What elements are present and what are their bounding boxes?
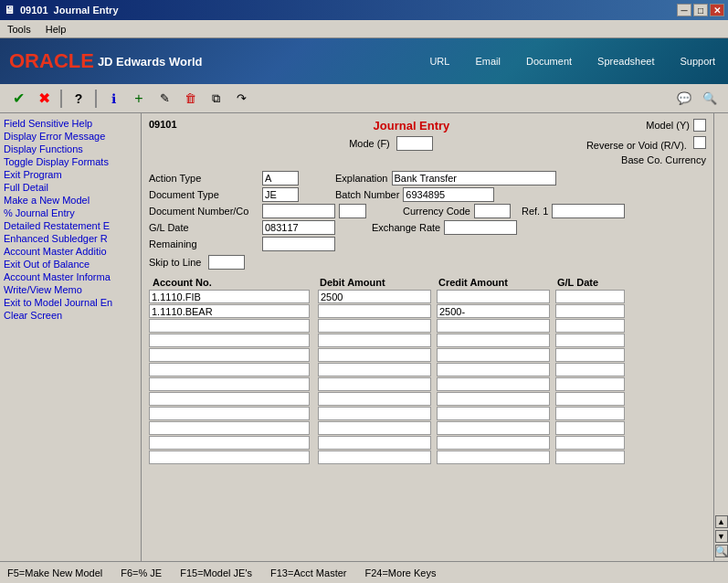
batch-number-input[interactable]: [403, 187, 494, 202]
doc-co-input[interactable]: [339, 204, 366, 218]
row9-gl-date[interactable]: [555, 407, 625, 420]
row7-account[interactable]: [149, 377, 310, 391]
sidebar-clear-screen[interactable]: Clear Screen: [2, 309, 139, 322]
doc-type-input[interactable]: [262, 187, 299, 202]
row12-debit[interactable]: [318, 450, 431, 464]
skip-to-line-input[interactable]: [208, 255, 245, 270]
row8-credit[interactable]: [437, 392, 550, 406]
toolbar-chat[interactable]: 💬: [673, 88, 695, 110]
maximize-button[interactable]: □: [693, 4, 708, 16]
row10-gl-date[interactable]: [555, 421, 625, 435]
row10-debit[interactable]: [318, 421, 431, 435]
toolbar-help[interactable]: ?: [68, 88, 90, 110]
sidebar-display-functions[interactable]: Display Functions: [2, 143, 139, 155]
mode-input[interactable]: [396, 136, 433, 151]
sidebar-detailed-restatement[interactable]: Detailed Restatement E: [2, 219, 139, 232]
toolbar-check[interactable]: ✔: [7, 88, 29, 110]
reverse-checkbox[interactable]: [693, 136, 706, 149]
row3-account[interactable]: [149, 319, 310, 333]
row9-credit[interactable]: [437, 407, 550, 420]
row2-gl-date[interactable]: [555, 304, 625, 318]
row11-gl-date[interactable]: [555, 436, 625, 450]
doc-number-input[interactable]: [262, 204, 335, 218]
row5-account[interactable]: [149, 348, 310, 362]
action-type-input[interactable]: [262, 171, 299, 186]
row1-credit[interactable]: [437, 290, 550, 303]
row7-debit[interactable]: [318, 377, 431, 391]
nav-support[interactable]: Support: [676, 54, 719, 69]
row5-credit[interactable]: [437, 348, 550, 362]
minimize-button[interactable]: ─: [677, 4, 691, 16]
menu-help[interactable]: Help: [42, 22, 70, 37]
exchange-rate-input[interactable]: [444, 220, 517, 235]
row7-credit[interactable]: [437, 377, 550, 391]
gl-date-input[interactable]: [262, 220, 335, 235]
sidebar-account-master-add[interactable]: Account Master Additio: [2, 245, 139, 258]
nav-document[interactable]: Document: [522, 54, 575, 69]
row7-gl-date[interactable]: [555, 377, 625, 391]
row3-debit[interactable]: [318, 319, 431, 333]
nav-url[interactable]: URL: [426, 54, 453, 69]
row2-account[interactable]: [149, 304, 310, 318]
sidebar-full-detail[interactable]: Full Detail: [2, 181, 139, 194]
sidebar-display-error-message[interactable]: Display Error Message: [2, 130, 139, 143]
sidebar-account-master-info[interactable]: Account Master Informa: [2, 270, 139, 283]
toolbar-search[interactable]: 🔍: [699, 88, 721, 110]
sidebar-write-view-memo[interactable]: Write/View Memo: [2, 283, 139, 296]
sidebar-exit-model-journal[interactable]: Exit to Model Journal En: [2, 296, 139, 309]
remaining-input[interactable]: [262, 237, 335, 251]
row1-account[interactable]: [149, 290, 310, 303]
row1-debit[interactable]: [318, 290, 431, 303]
toolbar-x[interactable]: ✖: [33, 88, 55, 110]
scroll-down[interactable]: ▼: [715, 530, 728, 543]
row11-debit[interactable]: [318, 436, 431, 450]
row1-gl-date[interactable]: [555, 290, 625, 303]
row2-debit[interactable]: [318, 304, 431, 318]
toolbar-edit[interactable]: ✎: [153, 88, 175, 110]
row12-gl-date[interactable]: [555, 450, 625, 464]
row10-credit[interactable]: [437, 421, 550, 435]
row2-credit[interactable]: [437, 304, 550, 318]
row8-gl-date[interactable]: [555, 392, 625, 406]
row5-debit[interactable]: [318, 348, 431, 362]
menu-tools[interactable]: Tools: [4, 22, 35, 37]
row12-account[interactable]: [149, 450, 310, 464]
sidebar-enhanced-subledger[interactable]: Enhanced Subledger R: [2, 232, 139, 245]
sidebar-field-sensitive-help[interactable]: Field Sensitive Help: [2, 117, 139, 130]
sidebar-exit-program[interactable]: Exit Program: [2, 168, 139, 181]
row3-credit[interactable]: [437, 319, 550, 333]
row6-gl-date[interactable]: [555, 363, 625, 376]
scroll-up[interactable]: ▲: [715, 515, 728, 528]
toolbar-add[interactable]: +: [128, 88, 150, 110]
toolbar-copy[interactable]: ⧉: [205, 88, 227, 110]
row5-gl-date[interactable]: [555, 348, 625, 362]
nav-spreadsheet[interactable]: Spreadsheet: [594, 54, 658, 69]
nav-email[interactable]: Email: [471, 54, 504, 69]
model-checkbox[interactable]: [693, 119, 706, 132]
explanation-input[interactable]: [392, 171, 556, 186]
row12-credit[interactable]: [437, 450, 550, 464]
row9-account[interactable]: [149, 407, 310, 420]
ref1-input[interactable]: [552, 204, 625, 218]
toolbar-info[interactable]: ℹ: [102, 88, 124, 110]
row4-gl-date[interactable]: [555, 334, 625, 347]
row4-debit[interactable]: [318, 334, 431, 347]
row3-gl-date[interactable]: [555, 319, 625, 333]
toolbar-delete[interactable]: 🗑: [179, 88, 201, 110]
sidebar-make-new-model[interactable]: Make a New Model: [2, 194, 139, 207]
sidebar-exit-out-of-balance[interactable]: Exit Out of Balance: [2, 258, 139, 270]
row11-account[interactable]: [149, 436, 310, 450]
currency-code-input[interactable]: [474, 204, 511, 218]
row11-credit[interactable]: [437, 436, 550, 450]
row4-account[interactable]: [149, 334, 310, 347]
row10-account[interactable]: [149, 421, 310, 435]
row6-account[interactable]: [149, 363, 310, 376]
row8-account[interactable]: [149, 392, 310, 406]
row8-debit[interactable]: [318, 392, 431, 406]
row6-debit[interactable]: [318, 363, 431, 376]
sidebar-toggle-display-formats[interactable]: Toggle Display Formats: [2, 155, 139, 168]
row4-credit[interactable]: [437, 334, 550, 347]
scroll-zoom[interactable]: 🔍: [715, 545, 728, 557]
sidebar-pct-journal-entry[interactable]: % Journal Entry: [2, 207, 139, 219]
close-button[interactable]: ✕: [710, 4, 724, 16]
